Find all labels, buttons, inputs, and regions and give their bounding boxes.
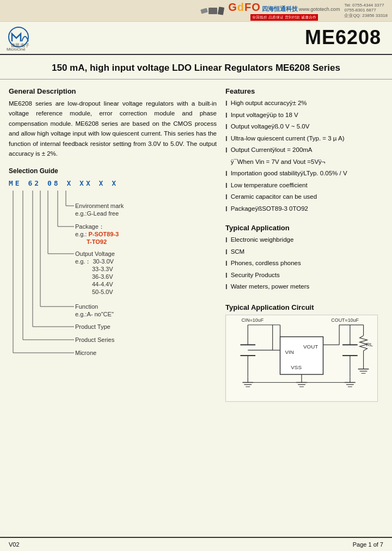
footer-version: V02 [9, 541, 20, 548]
selection-guide-diagram: Environment mark e.g.:G-Lead free Packag… [9, 189, 177, 385]
svg-text:e.g.:  P-SOT89-3: e.g.: P-SOT89-3 [75, 231, 119, 237]
app-item-1: l Electronic weighbridge [225, 235, 383, 246]
svg-text:Product Series: Product Series [75, 336, 115, 343]
general-description-text: ME6208 series are low-dropout linear vol… [9, 99, 217, 158]
feature-item-1: l High output accuracyÿ± 2% [225, 99, 383, 109]
svg-text:Microne: Microne [75, 350, 96, 356]
app-item-5: l Water meters, power meters [225, 282, 383, 292]
feature-item-6: l ÿ¯When Vin = 7V and Vout =5Vÿ¬ [225, 157, 383, 168]
vout-label: VOUT [303, 344, 318, 350]
app-text-3: Phones, cordless phones [231, 259, 301, 268]
feature-item-4: l Ultra-low quiescent current (Typ. = 3 … [225, 134, 383, 144]
part-number: ME6208 [305, 26, 381, 49]
bullet-8: l [225, 180, 228, 191]
footer-page: Page 1 of 7 [353, 541, 383, 548]
feature-text-9: Ceramic capacitor can be used [231, 192, 317, 201]
microne-name: MicroOne [7, 47, 26, 52]
app-bullet-3: l [225, 258, 228, 269]
cout-label: COUT=10uF [331, 317, 359, 322]
app-text-1: Electronic weighbridge [231, 235, 294, 244]
bullet-3: l [225, 121, 228, 132]
bullet-9: l [225, 192, 228, 203]
microne-logo: 微盟 电子 MicroOne [7, 26, 45, 52]
typical-application-title: Typical Application [225, 224, 383, 232]
feature-text-4: Ultra-low quiescent current (Typ. = 3 µ … [231, 134, 345, 143]
app-text-4: Security Products [231, 271, 280, 280]
bullet-1: l [225, 98, 228, 109]
selection-guide-title: Selection Guide [9, 167, 217, 175]
app-bullet-5: l [225, 281, 228, 292]
rl-label: RL [366, 341, 373, 347]
feature-text-5: Output Currentÿlout = 200mA [231, 145, 313, 155]
svg-text:33-3.3V: 33-3.3V [92, 266, 113, 272]
main-title: 150 mA, high input voltage LDO Linear Re… [0, 55, 392, 79]
app-bullet-1: l [225, 235, 228, 246]
feature-item-7: l Importation good stabilityÿLTyp. 0.05%… [225, 169, 383, 179]
vss-label: VSS [291, 364, 302, 370]
app-text-2: SCM [231, 247, 245, 256]
bullet-5: l [225, 145, 228, 156]
svg-text:44-4.4V: 44-4.4V [92, 281, 113, 287]
typical-application-list: l Electronic weighbridge l SCM l Phones,… [225, 235, 383, 292]
gofo-promo: 全国低价 品质保证 货到付款 诚邀合作 [250, 14, 318, 21]
svg-text:T-TO92: T-TO92 [87, 238, 107, 245]
feature-item-8: l Low temperature coefficient [225, 181, 383, 191]
header-banner: GdFO 四海恒通科技 www.gototech.com 全国低价 品质保证 货… [0, 0, 392, 22]
features-list: l High output accuracyÿ± 2% l Input volt… [225, 99, 383, 214]
svg-text:e.g.：  30-3.0V: e.g.： 30-3.0V [75, 258, 114, 265]
app-text-5: Water meters, power meters [231, 282, 310, 291]
app-item-4: l Security Products [225, 271, 383, 281]
feature-item-2: l Input voltageÿüp to 18 V [225, 111, 383, 121]
features-title: Features [225, 87, 383, 95]
selection-guide: Selection Guide ME 62 08 X XX X X Enviro… [9, 167, 217, 387]
svg-text:Product Type: Product Type [75, 323, 111, 330]
footer: V02 Page 1 of 7 [0, 537, 392, 551]
ic-box [280, 336, 323, 374]
app-bullet-2: l [225, 247, 228, 258]
top-section: 微盟 电子 MicroOne ME6208 [0, 22, 392, 55]
feature-item-9: l Ceramic capacitor can be used [225, 192, 383, 203]
bullet-10: l [225, 204, 228, 215]
feature-item-10: l PackageÿßSOT89-3 0TO92 [225, 204, 383, 215]
app-item-2: l SCM [225, 247, 383, 258]
feature-text-6: ÿ¯When Vin = 7V and Vout =5Vÿ¬ [231, 157, 326, 167]
typical-circuit-title: Typical Application Circuit [225, 303, 383, 311]
feature-text-8: Low temperature coefficient [231, 181, 308, 190]
app-item-3: l Phones, cordless phones [225, 259, 383, 269]
feature-text-1: High output accuracyÿ± 2% [231, 99, 307, 108]
left-column: General Description ME6208 series are lo… [9, 85, 217, 402]
general-description-title: General Description [9, 87, 217, 95]
gofo-qq: 企业QQ: 23856 33318 [344, 13, 388, 19]
svg-text:50-5.0V: 50-5.0V [92, 289, 113, 295]
feature-item-3: l Output voltageÿß.0 V ~ 5.0V [225, 122, 383, 132]
gofo-contact: Tel: 0755-4344 3377 0755-8301 6877 企业QQ:… [344, 3, 388, 19]
bullet-7: l [225, 168, 228, 179]
bullet-2: l [225, 110, 228, 121]
content-area: General Description ME6208 series are lo… [0, 79, 392, 407]
circuit-diagram: CIN=10uF VIN VOUT VSS [225, 315, 378, 402]
gofo-tel1: Tel: 0755-4344 3377 [344, 3, 384, 8]
gofo-text: GdFO [228, 1, 261, 14]
app-bullet-4: l [225, 270, 228, 281]
svg-text:Environment mark: Environment mark [75, 203, 124, 209]
svg-text:Function: Function [75, 303, 98, 310]
feature-text-10: PackageÿßSOT89-3 0TO92 [231, 204, 308, 213]
typical-application: Typical Application l Electronic weighbr… [225, 224, 383, 292]
selection-guide-code: ME 62 08 X XX X X [9, 179, 217, 187]
svg-text:e.g.:G-Lead free: e.g.:G-Lead free [75, 210, 119, 217]
feature-text-7: Importation good stabilityÿLTyp. 0.05% /… [231, 169, 347, 178]
feature-text-3: Output voltageÿß.0 V ~ 5.0V [231, 122, 310, 131]
svg-text:36-3.6V: 36-3.6V [92, 273, 113, 280]
svg-text:Package：: Package： [75, 223, 105, 230]
typical-circuit-section: Typical Application Circuit CIN=10uF [225, 303, 383, 402]
svg-text:Output Voltage: Output Voltage [75, 250, 115, 257]
cin-label: CIN=10uF [241, 317, 264, 322]
microne-logo-svg: 微盟 电子 [7, 26, 45, 49]
svg-text:e.g.:A- no"CE": e.g.:A- no"CE" [75, 311, 114, 317]
gofo-website: www.gototech.com [299, 7, 340, 12]
gofo-logo: GdFO 四海恒通科技 www.gototech.com 全国低价 品质保证 货… [228, 1, 340, 21]
gofo-tel2: 0755-8301 6877 [344, 8, 376, 13]
right-column: Features l High output accuracyÿ± 2% l I… [225, 85, 383, 402]
bullet-4: l [225, 133, 228, 144]
feature-item-5: l Output Currentÿlout = 200mA [225, 145, 383, 156]
